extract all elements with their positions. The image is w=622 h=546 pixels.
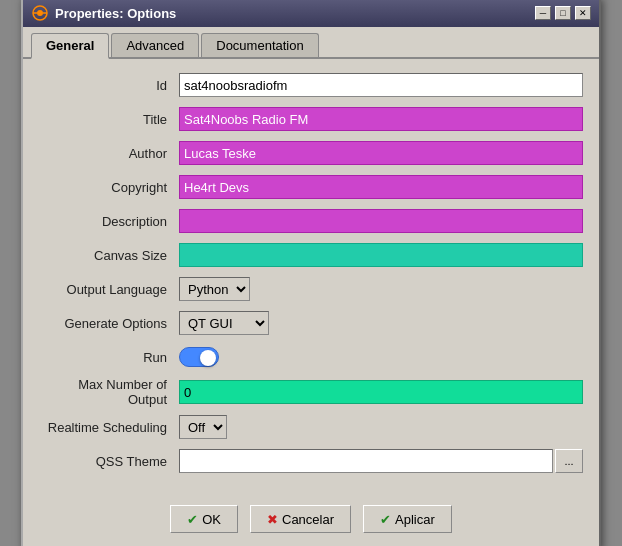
apply-check-icon: ✔ [380, 512, 391, 527]
run-label: Run [39, 350, 179, 365]
restore-button[interactable]: □ [555, 6, 571, 20]
run-toggle[interactable] [179, 347, 219, 367]
footer: ✔ OK ✖ Cancelar ✔ Aplicar [23, 493, 599, 546]
generate-options-row: Generate Options QT GUI WX GUI No GUI Hi… [39, 309, 583, 337]
cancel-x-icon: ✖ [267, 512, 278, 527]
qss-label: QSS Theme [39, 454, 179, 469]
output-language-row: Output Language Python C++ [39, 275, 583, 303]
description-label: Description [39, 214, 179, 229]
title-label: Title [39, 112, 179, 127]
copyright-field[interactable] [179, 175, 583, 199]
tab-general[interactable]: General [31, 33, 109, 59]
cancel-label: Cancelar [282, 512, 334, 527]
ok-button[interactable]: ✔ OK [170, 505, 238, 533]
description-row: Description [39, 207, 583, 235]
close-button[interactable]: ✕ [575, 6, 591, 20]
copyright-label: Copyright [39, 180, 179, 195]
id-row: Id [39, 71, 583, 99]
tab-documentation[interactable]: Documentation [201, 33, 318, 57]
output-language-label: Output Language [39, 282, 179, 297]
canvas-size-field[interactable] [179, 243, 583, 267]
realtime-row: Realtime Scheduling Off On [39, 413, 583, 441]
max-output-row: Max Number of Output [39, 377, 583, 407]
max-output-field[interactable] [179, 380, 583, 404]
minimize-button[interactable]: ─ [535, 6, 551, 20]
cancel-button[interactable]: ✖ Cancelar [250, 505, 351, 533]
svg-point-1 [37, 10, 43, 16]
author-field[interactable] [179, 141, 583, 165]
author-label: Author [39, 146, 179, 161]
id-field[interactable] [179, 73, 583, 97]
copyright-row: Copyright [39, 173, 583, 201]
generate-options-select[interactable]: QT GUI WX GUI No GUI Hier Block [179, 311, 269, 335]
qss-field[interactable] [179, 449, 553, 473]
canvas-size-row: Canvas Size [39, 241, 583, 269]
toggle-knob [200, 350, 216, 366]
titlebar-left: Properties: Options [31, 4, 176, 22]
qss-row: QSS Theme ... [39, 447, 583, 475]
qss-input-group: ... [179, 449, 583, 473]
max-output-label: Max Number of Output [39, 377, 179, 407]
run-row: Run [39, 343, 583, 371]
title-field[interactable] [179, 107, 583, 131]
output-language-select[interactable]: Python C++ [179, 277, 250, 301]
titlebar: Properties: Options ─ □ ✕ [23, 0, 599, 27]
description-field[interactable] [179, 209, 583, 233]
realtime-label: Realtime Scheduling [39, 420, 179, 435]
ok-label: OK [202, 512, 221, 527]
form-content: Id Title Author Copyright Description Ca… [23, 59, 599, 493]
generate-options-label: Generate Options [39, 316, 179, 331]
titlebar-buttons: ─ □ ✕ [535, 6, 591, 20]
qss-browse-button[interactable]: ... [555, 449, 583, 473]
realtime-select[interactable]: Off On [179, 415, 227, 439]
tab-advanced[interactable]: Advanced [111, 33, 199, 57]
author-row: Author [39, 139, 583, 167]
window-title: Properties: Options [55, 6, 176, 21]
main-window: Properties: Options ─ □ ✕ General Advanc… [21, 0, 601, 546]
apply-label: Aplicar [395, 512, 435, 527]
id-label: Id [39, 78, 179, 93]
title-row: Title [39, 105, 583, 133]
tabs-container: General Advanced Documentation [23, 27, 599, 59]
apply-button[interactable]: ✔ Aplicar [363, 505, 452, 533]
ok-check-icon: ✔ [187, 512, 198, 527]
canvas-size-label: Canvas Size [39, 248, 179, 263]
app-icon [31, 4, 49, 22]
